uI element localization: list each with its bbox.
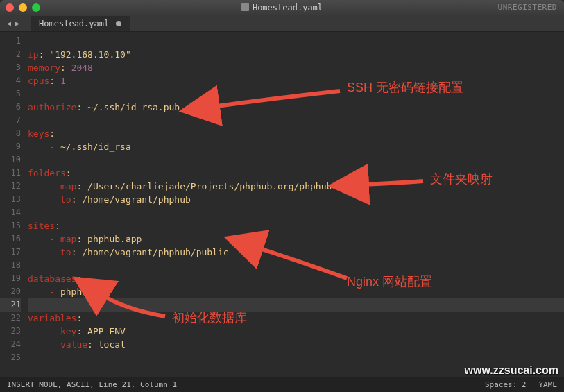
tab-label: Homestead.yaml xyxy=(39,19,109,28)
titlebar: Homestead.yaml UNREGISTERED xyxy=(0,0,564,15)
status-syntax[interactable]: YAML xyxy=(539,380,558,389)
minimize-window-button[interactable] xyxy=(19,3,27,12)
toolbar: ◀ ▶ Homestead.yaml xyxy=(0,15,564,32)
tab-homestead[interactable]: Homestead.yaml xyxy=(31,16,130,31)
file-icon xyxy=(241,3,249,11)
nav-back-icon[interactable]: ◀ xyxy=(7,19,11,27)
close-window-button[interactable] xyxy=(6,3,14,12)
status-spaces[interactable]: Spaces: 2 xyxy=(485,380,527,389)
unregistered-label: UNREGISTERED xyxy=(498,3,557,12)
window-title-text: Homestead.yaml xyxy=(253,3,323,12)
nav-arrows: ◀ ▶ xyxy=(3,19,24,27)
editor-window: Homestead.yaml UNREGISTERED ◀ ▶ Homestea… xyxy=(0,0,564,392)
statusbar: INSERT MODE, ASCII, Line 21, Column 1 Sp… xyxy=(0,377,564,392)
line-gutter: 1234567891011121314151617181920212223242… xyxy=(0,32,28,377)
status-left: INSERT MODE, ASCII, Line 21, Column 1 xyxy=(7,380,177,389)
tab-dirty-indicator xyxy=(116,21,121,26)
window-title: Homestead.yaml xyxy=(0,3,564,12)
traffic-lights xyxy=(6,3,40,12)
code-content[interactable]: ---ip: "192.168.10.10"memory: 2048cpus: … xyxy=(28,32,564,377)
editor-area[interactable]: 1234567891011121314151617181920212223242… xyxy=(0,32,564,377)
nav-forward-icon[interactable]: ▶ xyxy=(15,19,19,27)
maximize-window-button[interactable] xyxy=(32,3,40,12)
